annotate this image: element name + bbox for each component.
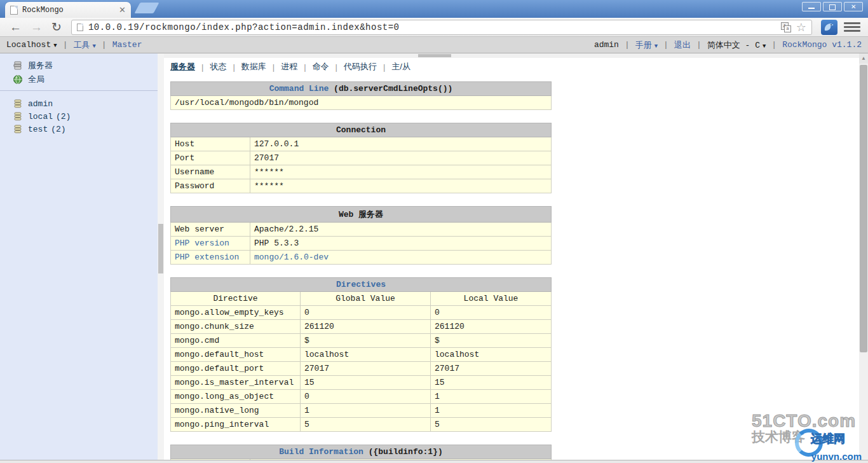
chevron-down-icon: ▼ bbox=[763, 43, 766, 50]
browser-titlebar: RockMongo ✕ bbox=[0, 0, 868, 18]
tab-processes[interactable]: 进程 bbox=[281, 61, 297, 73]
table-row: mongo.long_as_object 0 1 bbox=[171, 390, 552, 404]
directives-table: Directives Directive Global Value Local … bbox=[170, 277, 552, 432]
minimize-button[interactable] bbox=[802, 2, 821, 11]
logout-link[interactable]: 退出 bbox=[674, 39, 691, 51]
main-content: 服务器 | 状态 | 数据库 | 进程 | 命令 | 代码执行 | 主/从 Co… bbox=[164, 53, 859, 460]
sidebar-item-label: 全局 bbox=[28, 74, 44, 85]
rockmongo-topbar: Localhost▼ | 工具▼ | Master admin | 手册▼ | … bbox=[0, 37, 868, 53]
sidebar-divider bbox=[0, 90, 158, 91]
menu-icon[interactable] bbox=[844, 20, 860, 34]
sidebar-db-local[interactable]: local (2) bbox=[0, 110, 158, 123]
table-title: Build Information ({buildinfo:1}) bbox=[171, 445, 552, 459]
globe-icon bbox=[13, 74, 23, 85]
table-title: Directives bbox=[171, 278, 552, 292]
scrollbar-thumb[interactable] bbox=[860, 65, 867, 352]
db-name: admin bbox=[28, 99, 53, 109]
sidebar-item-global[interactable]: 全局 bbox=[0, 73, 158, 86]
server-icon bbox=[13, 60, 23, 71]
bookmark-star-icon[interactable]: ☆ bbox=[796, 22, 806, 33]
table-row: Web server Apache/2.2.15 bbox=[171, 223, 552, 237]
window-bottom-edge bbox=[0, 460, 868, 463]
table-row: mongo.default_host localhost localhost bbox=[171, 348, 552, 362]
command-line-link[interactable]: Command Line bbox=[269, 84, 329, 93]
page-scrollbar[interactable]: ▲ bbox=[859, 53, 868, 463]
table-title: Web 服务器 bbox=[171, 207, 552, 223]
chevron-down-icon: ▼ bbox=[654, 43, 658, 50]
table-row: mongo.ping_interval 5 5 bbox=[171, 418, 552, 432]
content-horizontal-scrollbar[interactable] bbox=[164, 53, 859, 58]
table-row: Host 127.0.0.1 bbox=[171, 137, 552, 151]
forward-button[interactable]: → bbox=[31, 21, 43, 33]
close-button[interactable] bbox=[844, 2, 863, 11]
tab-databases[interactable]: 数据库 bbox=[241, 61, 266, 73]
php-extension-link[interactable]: PHP extension bbox=[171, 251, 250, 265]
app-version: RockMongo v1.1.2 bbox=[782, 40, 862, 50]
browser-tab[interactable]: RockMongo ✕ bbox=[5, 2, 131, 18]
mongo-extension-link[interactable]: mongo/1.6.0-dev bbox=[250, 251, 552, 265]
tab-status[interactable]: 状态 bbox=[210, 61, 226, 73]
table-row: Password ****** bbox=[171, 179, 552, 193]
new-tab-button[interactable] bbox=[134, 3, 159, 13]
directives-link[interactable]: Directives bbox=[336, 280, 386, 289]
chevron-down-icon: ▼ bbox=[92, 43, 95, 50]
sidebar-db-test[interactable]: test (2) bbox=[0, 123, 158, 135]
page-icon bbox=[77, 24, 83, 31]
tab-close-icon[interactable]: ✕ bbox=[119, 6, 126, 14]
php-version-link[interactable]: PHP version bbox=[171, 237, 250, 251]
scrollbar-thumb[interactable] bbox=[158, 224, 163, 273]
table-row: mongo.cmd $ $ bbox=[171, 334, 552, 348]
extension-bird-icon[interactable] bbox=[821, 20, 837, 35]
db-count: (2) bbox=[56, 112, 71, 121]
tab-command[interactable]: 命令 bbox=[313, 61, 329, 73]
translate-icon[interactable] bbox=[781, 22, 791, 32]
sidebar-item-server[interactable]: 服务器 bbox=[0, 59, 158, 73]
content-tabs: 服务器 | 状态 | 数据库 | 进程 | 命令 | 代码执行 | 主/从 bbox=[170, 61, 859, 73]
page-icon bbox=[10, 6, 18, 15]
url-text[interactable]: 10.0.0.19/rockmongo/index.php?action=adm… bbox=[88, 22, 400, 32]
manual-menu[interactable]: 手册▼ bbox=[635, 39, 658, 51]
table-row: Port 27017 bbox=[171, 151, 552, 165]
language-selector[interactable]: 简体中文 - C▼ bbox=[707, 39, 766, 51]
master-link[interactable]: Master bbox=[112, 40, 142, 50]
scroll-up-arrow-icon[interactable]: ▲ bbox=[859, 53, 868, 64]
maximize-button[interactable] bbox=[823, 2, 842, 11]
host-selector[interactable]: Localhost▼ bbox=[6, 40, 57, 50]
table-title: Command Line (db.serverCmdLineOpts()) bbox=[171, 82, 552, 96]
table-title: Connection bbox=[171, 123, 552, 137]
tab-server[interactable]: 服务器 bbox=[170, 61, 195, 73]
tab-execute[interactable]: 代码执行 bbox=[344, 61, 377, 73]
db-name: local bbox=[28, 112, 53, 121]
current-user: admin bbox=[594, 40, 619, 50]
table-row: mongo.chunk_size 261120 261120 bbox=[171, 320, 552, 334]
table-row: mongo.is_master_interval 15 15 bbox=[171, 376, 552, 390]
database-icon bbox=[13, 111, 23, 121]
build-info-table: Build Information ({buildinfo:1}) versio… bbox=[170, 445, 552, 460]
reload-button[interactable]: ↻ bbox=[51, 21, 62, 33]
tab-master-slave[interactable]: 主/从 bbox=[391, 61, 410, 73]
back-button[interactable]: ← bbox=[10, 21, 22, 33]
web-server-table: Web 服务器 Web server Apache/2.2.15 PHP ver… bbox=[170, 206, 552, 265]
table-row: PHP version PHP 5.3.3 bbox=[171, 237, 552, 251]
scrollbar-thumb[interactable] bbox=[418, 54, 451, 57]
chevron-down-icon: ▼ bbox=[53, 43, 57, 49]
database-icon bbox=[13, 99, 23, 109]
table-row: mongo.default_port 27017 27017 bbox=[171, 362, 552, 376]
sidebar-scrollbar[interactable] bbox=[158, 53, 164, 460]
connection-table: Connection Host 127.0.0.1 Port 27017 Use… bbox=[170, 123, 552, 193]
table-header-row: Directive Global Value Local Value bbox=[171, 292, 552, 306]
sidebar-db-admin[interactable]: admin bbox=[0, 97, 158, 110]
table-row: PHP extension mongo/1.6.0-dev bbox=[171, 251, 552, 265]
command-line-value: /usr/local/mongodb/bin/mongod bbox=[171, 96, 552, 110]
db-name: test bbox=[28, 125, 48, 134]
build-information-link[interactable]: Build Information bbox=[279, 447, 363, 457]
tools-menu[interactable]: 工具▼ bbox=[73, 39, 95, 51]
sidebar: 服务器 全局 admin local (2) bbox=[0, 53, 158, 460]
browser-toolbar: ← → ↻ 10.0.0.19/rockmongo/index.php?acti… bbox=[0, 18, 868, 37]
table-row: mongo.allow_empty_keys 0 0 bbox=[171, 306, 552, 320]
table-row: mongo.native_long 1 1 bbox=[171, 404, 552, 418]
address-bar[interactable]: 10.0.0.19/rockmongo/index.php?action=adm… bbox=[71, 20, 812, 35]
database-icon bbox=[13, 124, 23, 134]
db-count: (2) bbox=[51, 125, 65, 134]
tab-title: RockMongo bbox=[22, 6, 119, 15]
